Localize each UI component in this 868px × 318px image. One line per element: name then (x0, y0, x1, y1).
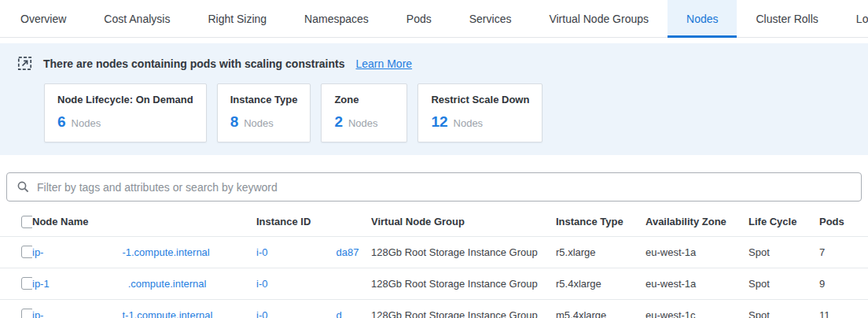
card-count: 8 (230, 113, 239, 131)
tab-right-sizing[interactable]: Right Sizing (189, 0, 285, 37)
instance-id-link[interactable]: i-0da87 (256, 246, 359, 258)
nodes-table: Node Name Instance ID Virtual Node Group… (0, 208, 868, 318)
table-row: ip--1.compute.internal i-0da87 128Gb Roo… (0, 236, 868, 268)
life-cycle-cell: Spot (748, 268, 819, 299)
card-unit: Nodes (454, 117, 484, 129)
virtual-node-group-cell: 128Gb Root Storage Instance Group (371, 268, 556, 299)
virtual-node-group-cell: 128Gb Root Storage Instance Group (371, 299, 556, 318)
card-count: 12 (431, 113, 447, 131)
life-cycle-cell: Spot (748, 236, 819, 268)
card-count: 2 (334, 113, 343, 131)
column-header-instance-type: Instance Type (556, 208, 645, 236)
card-restrict-scale-down[interactable]: Restrict Scale Down 12 Nodes (417, 83, 542, 142)
scale-out-icon (17, 56, 32, 71)
card-title: Restrict Scale Down (431, 94, 529, 105)
card-unit: Nodes (348, 117, 378, 129)
cluster-tab-bar: Overview Cost Analysis Right Sizing Name… (0, 0, 868, 38)
tab-overview[interactable]: Overview (2, 0, 85, 37)
filter-bar (6, 172, 862, 202)
column-header-availability-zone: Availability Zone (645, 208, 748, 236)
tab-log[interactable]: Log (837, 0, 868, 37)
pods-cell: 11 (819, 299, 868, 318)
card-unit: Nodes (72, 117, 101, 129)
table-header-row: Node Name Instance ID Virtual Node Group… (0, 208, 868, 236)
pods-cell: 7 (819, 236, 868, 268)
pods-cell: 9 (819, 268, 868, 299)
row-checkbox[interactable] (21, 309, 32, 318)
tab-cluster-rolls[interactable]: Cluster Rolls (737, 0, 837, 37)
filter-input[interactable] (37, 181, 851, 194)
table-row: ip-t-1.compute.internal i-0d 128Gb Root … (0, 299, 868, 318)
virtual-node-group-cell: 128Gb Root Storage Instance Group (371, 236, 556, 268)
card-instance-type[interactable]: Instance Type 8 Nodes (217, 83, 311, 142)
availability-zone-cell: eu-west-1c (645, 299, 748, 318)
card-title: Node Lifecycle: On Demand (57, 94, 193, 105)
life-cycle-cell: Spot (748, 299, 819, 318)
row-checkbox[interactable] (21, 246, 32, 258)
column-header-virtual-node-group: Virtual Node Group (371, 208, 556, 236)
table-row: ip-1.compute.internal i-0 128Gb Root Sto… (0, 268, 868, 299)
row-checkbox[interactable] (21, 277, 32, 290)
tab-nodes[interactable]: Nodes (668, 0, 737, 37)
constraint-cards: Node Lifecycle: On Demand 6 Nodes Instan… (44, 83, 855, 142)
availability-zone-cell: eu-west-1a (645, 236, 748, 268)
tab-cost-analysis[interactable]: Cost Analysis (85, 0, 189, 37)
card-title: Zone (334, 94, 394, 105)
instance-type-cell: r5.4xlarge (556, 268, 645, 299)
column-header-node-name: Node Name (32, 208, 256, 236)
availability-zone-cell: eu-west-1a (645, 268, 748, 299)
banner-message: There are nodes containing pods with sca… (43, 57, 345, 70)
node-name-link[interactable]: ip--1.compute.internal (32, 246, 210, 258)
column-header-life-cycle: Life Cycle (748, 208, 819, 236)
card-node-lifecycle-on-demand[interactable]: Node Lifecycle: On Demand 6 Nodes (44, 83, 207, 142)
node-name-link[interactable]: ip-1.compute.internal (32, 278, 206, 290)
tab-services[interactable]: Services (451, 0, 531, 37)
instance-type-cell: m5.4xlarge (556, 299, 645, 318)
learn-more-link[interactable]: Learn More (356, 57, 413, 70)
instance-id-link[interactable]: i-0 (256, 278, 336, 290)
search-icon (17, 180, 30, 194)
instance-type-cell: r5.xlarge (556, 236, 645, 268)
card-title: Instance Type (230, 94, 298, 105)
select-all-checkbox[interactable] (21, 216, 32, 228)
instance-id-link[interactable]: i-0d (256, 309, 342, 318)
column-header-instance-id: Instance ID (256, 208, 371, 236)
card-count: 6 (57, 113, 66, 131)
scaling-constraints-banner: There are nodes containing pods with sca… (0, 43, 868, 155)
tab-namespaces[interactable]: Namespaces (285, 0, 388, 37)
tab-pods[interactable]: Pods (388, 0, 451, 37)
tab-virtual-node-groups[interactable]: Virtual Node Groups (530, 0, 668, 37)
node-name-link[interactable]: ip-t-1.compute.internal (32, 309, 212, 318)
card-unit: Nodes (244, 117, 274, 129)
card-zone[interactable]: Zone 2 Nodes (321, 83, 407, 142)
column-header-pods: Pods (819, 208, 868, 236)
